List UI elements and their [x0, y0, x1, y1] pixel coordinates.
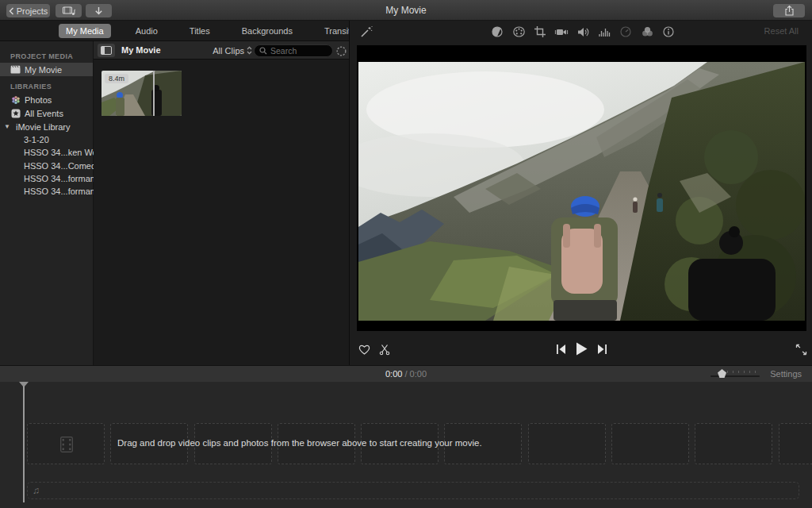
sidebar-item-imovie-library[interactable]: ▼ iMovie Library — [0, 120, 93, 133]
sidebar-item-label: Photos — [25, 95, 52, 105]
timecode-display: 0:00 / 0:00 — [0, 366, 812, 383]
timeline-area[interactable]: Drag and drop video clips and photos fro… — [0, 382, 812, 508]
timeline-empty-message: Drag and drop video clips and photos fro… — [117, 438, 482, 448]
sidebar-event-hsso-performance-2[interactable]: HSSO 34...formance — [0, 185, 93, 198]
crop-icon[interactable] — [534, 25, 546, 38]
noise-reduction-icon[interactable] — [598, 25, 611, 38]
speed-icon[interactable] — [619, 25, 632, 38]
color-correction-icon[interactable] — [512, 25, 525, 38]
fullscreen-icon[interactable] — [795, 344, 807, 356]
clip-placeholder — [611, 423, 689, 464]
next-frame-icon[interactable] — [597, 344, 607, 355]
clip-filter-gear-icon[interactable] — [336, 45, 347, 60]
sidebar-item-photos[interactable]: Photos — [0, 93, 93, 106]
transport-controls — [350, 337, 812, 365]
slider-track — [710, 375, 760, 377]
photos-pinwheel-icon — [10, 94, 21, 105]
star-events-icon — [10, 108, 21, 118]
project-media-header: PROJECT MEDIA — [0, 51, 93, 63]
media-grid: 8.4m — [94, 60, 349, 365]
browser-tab-bar: My Media Audio Titles Backgrounds Transi… — [0, 21, 349, 41]
media-panel-header: My Movie All Clips — [94, 41, 349, 60]
playhead-line — [23, 386, 25, 502]
clip-duration-badge: 8.4m — [105, 74, 128, 83]
chevron-updown-icon — [247, 46, 252, 55]
media-panel-title: My Movie — [121, 41, 161, 60]
tab-backgrounds[interactable]: Backgrounds — [235, 24, 300, 38]
main-area: My Media Audio Titles Backgrounds Transi… — [0, 21, 812, 365]
auto-enhance-wand-icon[interactable] — [360, 25, 373, 41]
reset-all-button[interactable]: Reset All — [764, 26, 799, 36]
share-button[interactable] — [773, 4, 805, 17]
sidebar-event-hsso-comedy[interactable]: HSSO 34...Comedy — [0, 160, 93, 172]
library-sidebar: PROJECT MEDIA My Movie LIBRARIES — [0, 41, 94, 365]
stabilization-icon[interactable] — [555, 25, 568, 38]
timeline-zoom-slider[interactable] — [710, 369, 760, 379]
sidebar-event-hsso-performance-1[interactable]: HSSO 34...formance — [0, 172, 93, 185]
filter-label: All Clips — [213, 46, 244, 56]
previous-frame-icon[interactable] — [556, 344, 566, 355]
search-icon — [259, 47, 267, 55]
viewer-toolbar: Reset All — [350, 21, 812, 43]
current-time: 0:00 — [385, 369, 402, 379]
media-browser-pane: My Media Audio Titles Backgrounds Transi… — [0, 21, 349, 365]
disclosure-triangle-icon[interactable]: ▼ — [4, 123, 12, 130]
effects-icon[interactable] — [641, 25, 653, 38]
sidebar-event-hsso-spoken-word[interactable]: HSSO 34...ken Word — [0, 146, 93, 159]
settings-button[interactable]: Settings — [770, 366, 802, 383]
video-viewer[interactable] — [357, 45, 806, 331]
imovie-window: Projects My Movie — [0, 0, 812, 508]
filmstrip-icon — [60, 437, 73, 456]
video-clip-thumbnail[interactable]: 8.4m — [102, 71, 182, 116]
libraries-header: LIBRARIES — [0, 81, 93, 93]
window-title: My Movie — [0, 0, 812, 21]
sidebar-item-all-events[interactable]: All Events — [0, 106, 93, 120]
title-bar: Projects My Movie — [0, 0, 812, 21]
total-time: 0:00 — [410, 369, 427, 379]
tab-my-media[interactable]: My Media — [59, 24, 111, 38]
clip-placeholder — [528, 423, 606, 464]
tab-titles[interactable]: Titles — [182, 24, 217, 38]
sidebar-item-label: My Movie — [25, 65, 62, 75]
clip-placeholder — [695, 423, 772, 464]
play-icon[interactable] — [576, 342, 588, 356]
music-track-placeholder: ♫ — [27, 482, 799, 499]
volume-icon[interactable] — [576, 25, 589, 38]
clip-skimmer-line — [153, 71, 155, 116]
panel-toggle-icon — [101, 46, 112, 55]
sidebar-item-label: All Events — [25, 109, 63, 118]
viewer-pane: Reset All — [349, 21, 812, 365]
sidebar-event-3-1-20[interactable]: 3-1-20 — [0, 133, 93, 146]
all-clips-filter[interactable]: All Clips — [213, 41, 252, 60]
video-preview-image — [358, 62, 805, 321]
clip-placeholder — [27, 423, 105, 464]
clip-placeholder — [779, 423, 812, 464]
search-input[interactable] — [270, 46, 326, 56]
tab-audio[interactable]: Audio — [128, 24, 165, 38]
search-field[interactable] — [254, 44, 333, 57]
color-balance-icon[interactable] — [491, 25, 504, 38]
slider-ticks — [722, 371, 758, 373]
clapperboard-icon — [10, 64, 21, 75]
sidebar-toggle-button[interactable] — [98, 44, 115, 57]
timeline-toolbar: 0:00 / 0:00 Settings — [0, 365, 812, 382]
music-note-icon: ♫ — [33, 485, 40, 496]
share-icon — [785, 6, 794, 16]
info-icon[interactable] — [662, 25, 675, 38]
sidebar-item-my-movie[interactable]: My Movie — [0, 63, 93, 76]
sidebar-item-label: iMovie Library — [16, 122, 70, 132]
